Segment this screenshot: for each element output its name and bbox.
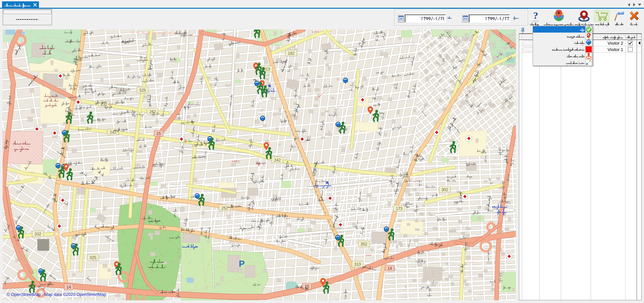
svg-text:182: 182 (288, 51, 294, 56)
svg-text:14: 14 (66, 285, 71, 290)
svg-text:313: 313 (354, 262, 361, 267)
svg-text:325: 325 (90, 255, 96, 260)
svg-text:252: 252 (221, 206, 228, 211)
svg-text:332: 332 (35, 232, 41, 236)
svg-text:325: 325 (139, 88, 146, 93)
svg-text:© OpenStreetMap - Map data ©20: © OpenStreetMap - Map data ©2020 OpenStr… (7, 292, 106, 297)
svg-text:262: 262 (149, 110, 156, 114)
svg-text:173: 173 (396, 206, 402, 211)
svg-text:242: 242 (274, 158, 281, 163)
svg-text:15: 15 (156, 131, 161, 136)
svg-text:302: 302 (441, 187, 448, 192)
svg-text:P: P (239, 259, 245, 269)
svg-text:352: 352 (361, 242, 367, 247)
svg-text:?: ? (533, 10, 538, 21)
svg-text:14: 14 (387, 266, 392, 271)
